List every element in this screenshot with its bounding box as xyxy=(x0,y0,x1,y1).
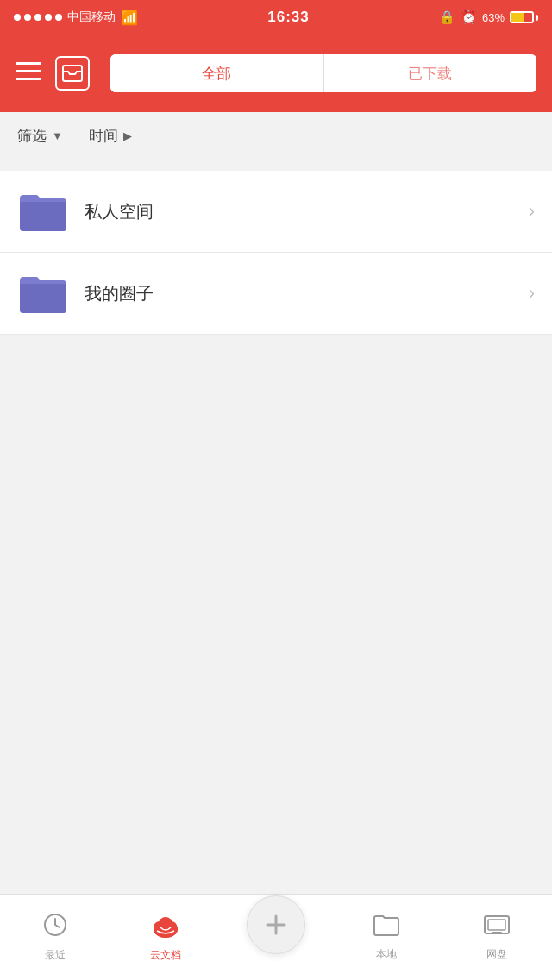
tab-recent[interactable]: 最近 xyxy=(0,912,110,963)
filter-dropdown-icon: ▼ xyxy=(52,129,63,142)
tab-cloud-label: 云文档 xyxy=(150,948,181,963)
menu-button[interactable] xyxy=(16,60,41,87)
time-label: 16:33 xyxy=(267,9,309,26)
carrier-label: 中国移动 xyxy=(67,9,116,25)
status-left: 中国移动 📶 xyxy=(14,9,138,26)
svg-point-9 xyxy=(154,920,178,938)
time-sort-button[interactable]: 时间 ▶ xyxy=(89,126,132,146)
recent-icon xyxy=(42,912,68,944)
chevron-right-icon-2: › xyxy=(529,282,535,305)
folder-list: 私人空间 › 我的圈子 › xyxy=(0,171,552,335)
svg-rect-12 xyxy=(492,932,502,934)
alarm-icon: ⏰ xyxy=(461,9,477,25)
folder-item-circle[interactable]: 我的圈子 › xyxy=(0,253,552,335)
filter-label: 筛选 xyxy=(17,126,47,146)
tab-cloud-doc[interactable]: 云文档 xyxy=(110,912,221,963)
status-bar: 中国移动 📶 16:33 🔒 ⏰ 63% xyxy=(0,0,552,35)
time-label: 时间 xyxy=(89,126,118,146)
tab-bar: 最近 云文档 xyxy=(0,894,552,980)
battery-percent: 63% xyxy=(482,11,505,24)
filter-bar: 筛选 ▼ 时间 ▶ xyxy=(0,112,552,160)
tab-downloaded-button[interactable]: 已下载 xyxy=(324,54,537,92)
local-folder-icon xyxy=(373,913,400,943)
header-toolbar: 全部 已下载 xyxy=(0,35,552,112)
battery-icon xyxy=(510,11,538,23)
time-arrow-icon: ▶ xyxy=(123,129,132,142)
tab-all-button[interactable]: 全部 xyxy=(110,54,324,92)
fab-container xyxy=(221,895,331,954)
inbox-button[interactable] xyxy=(55,56,90,91)
svg-rect-1 xyxy=(16,70,41,72)
folder-name-circle: 我的圈子 xyxy=(85,282,520,305)
wifi-icon: 📶 xyxy=(121,9,138,26)
tab-switcher: 全部 已下载 xyxy=(110,54,536,92)
folder-item-private[interactable]: 私人空间 › xyxy=(0,171,552,253)
folder-icon-circle xyxy=(17,270,69,317)
svg-rect-0 xyxy=(16,62,41,65)
tab-recent-label: 最近 xyxy=(45,948,66,963)
status-right: 🔒 ⏰ 63% xyxy=(439,9,538,25)
svg-rect-2 xyxy=(16,78,41,80)
filter-button[interactable]: 筛选 ▼ xyxy=(17,126,63,146)
folder-icon xyxy=(17,188,69,235)
tab-netdisk[interactable]: 网盘 xyxy=(442,913,552,962)
lock-icon: 🔒 xyxy=(439,9,455,25)
add-button[interactable] xyxy=(247,895,305,954)
chevron-right-icon: › xyxy=(529,200,535,223)
cloud-doc-icon xyxy=(150,912,181,944)
signal-icon xyxy=(14,14,62,21)
folder-name-private: 私人空间 xyxy=(85,200,520,223)
tab-netdisk-label: 网盘 xyxy=(486,947,507,962)
svg-rect-11 xyxy=(488,920,505,930)
netdisk-icon xyxy=(483,913,511,943)
tab-local-label: 本地 xyxy=(376,947,397,962)
tab-local[interactable]: 本地 xyxy=(331,913,442,962)
